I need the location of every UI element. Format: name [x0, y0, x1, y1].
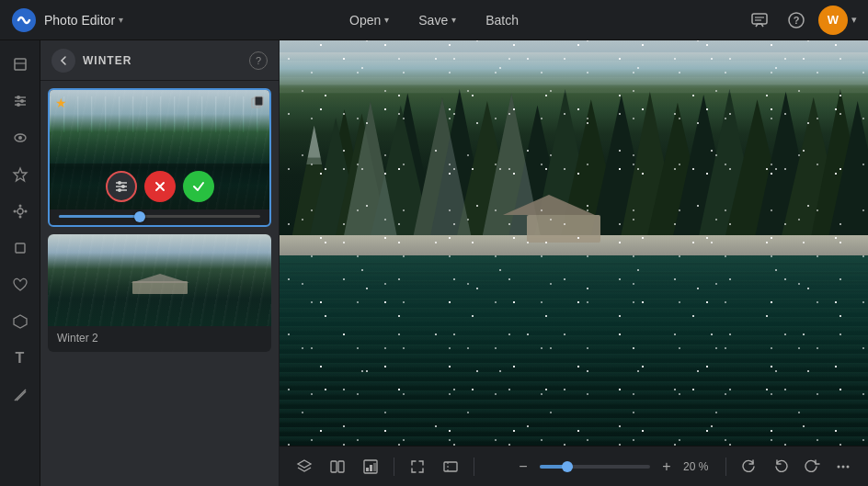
svg-rect-73: [338, 461, 344, 472]
histogram-button[interactable]: [357, 453, 384, 480]
svg-rect-72: [331, 461, 337, 472]
main-canvas[interactable]: [280, 40, 868, 446]
svg-point-80: [838, 465, 840, 468]
chat-button[interactable]: [745, 6, 774, 35]
svg-rect-77: [373, 463, 376, 471]
fullscreen-icon: [442, 458, 459, 475]
svg-rect-78: [444, 462, 457, 471]
star-icon: [12, 166, 29, 183]
svg-point-19: [24, 210, 27, 213]
open-chevron: ▾: [384, 15, 389, 25]
settings-sliders-icon: [114, 179, 129, 194]
preset-card-winter2[interactable]: Winter 2: [48, 234, 271, 352]
toolbar-home[interactable]: [4, 48, 37, 81]
undo-button[interactable]: [767, 453, 794, 480]
snow-particles-2: [280, 40, 868, 446]
zoom-value-label: 20 %: [683, 460, 716, 473]
preset-card-winter1: ★: [48, 88, 271, 227]
more-options-button[interactable]: [829, 453, 857, 480]
toolbar-heart[interactable]: [4, 268, 37, 301]
back-icon: [58, 55, 69, 66]
svg-point-36: [121, 185, 125, 188]
svg-point-21: [13, 210, 16, 213]
preset-settings-button[interactable]: [106, 171, 137, 202]
app-logo[interactable]: [11, 7, 37, 33]
save-button[interactable]: Save ▾: [405, 7, 469, 33]
slider-track[interactable]: [59, 215, 260, 218]
preset-duplicate-button[interactable]: [251, 96, 264, 111]
svg-rect-31: [255, 96, 263, 106]
svg-point-15: [18, 136, 22, 140]
panel-help-button[interactable]: ?: [249, 51, 268, 70]
left-toolbar: T: [0, 40, 40, 486]
compare-icon: [329, 458, 346, 475]
save-chevron: ▾: [451, 15, 456, 25]
panel-content: ★: [40, 81, 279, 486]
panel-back-button[interactable]: [51, 49, 75, 73]
zoom-slider-track[interactable]: [540, 465, 650, 469]
svg-point-17: [17, 209, 23, 214]
user-avatar-wrapper[interactable]: W ▾: [818, 6, 857, 35]
svg-marker-71: [298, 460, 311, 468]
svg-marker-27: [14, 315, 27, 328]
toolbar-nodes[interactable]: [4, 195, 37, 228]
svg-rect-26: [16, 243, 25, 253]
toolbar-brush[interactable]: [4, 379, 37, 412]
panel-title: WINTER: [83, 54, 242, 67]
text-icon: T: [16, 350, 25, 367]
main-area: T WINTER ?: [0, 40, 868, 486]
save-label: Save: [418, 13, 448, 28]
bottom-right-icons: [736, 453, 857, 480]
toolbar-eye[interactable]: [4, 121, 37, 154]
svg-point-81: [842, 465, 845, 468]
toolbar-star[interactable]: [4, 158, 37, 191]
batch-label: Batch: [485, 13, 519, 28]
svg-point-82: [847, 465, 850, 468]
histogram-icon: [362, 458, 379, 475]
preset-intensity-slider[interactable]: [50, 209, 269, 225]
toolbar-crop[interactable]: [4, 232, 37, 265]
toolbar-text[interactable]: T: [4, 342, 37, 375]
duplicate-icon: [251, 96, 264, 108]
zoom-slider-thumb[interactable]: [562, 461, 573, 472]
toolbar-shape[interactable]: [4, 305, 37, 338]
zoom-in-button[interactable]: +: [656, 456, 678, 478]
preset-confirm-button[interactable]: [183, 171, 214, 202]
preset-cancel-button[interactable]: [144, 171, 176, 202]
help-icon: ?: [787, 11, 805, 29]
panel-header: WINTER ?: [40, 40, 279, 81]
toolbar-adjust[interactable]: [4, 85, 37, 118]
rotate-right-button[interactable]: [736, 453, 763, 480]
zoom-out-button[interactable]: −: [512, 456, 534, 478]
fullscreen-button[interactable]: [437, 453, 464, 480]
redo-button[interactable]: [798, 453, 826, 480]
slider-thumb[interactable]: [134, 211, 145, 222]
fit-button[interactable]: [404, 453, 431, 480]
topbar: Photo Editor ▾ Open ▾ Save ▾ Batch: [0, 0, 868, 40]
preset-star-icon[interactable]: ★: [55, 96, 67, 110]
separator-2: [474, 458, 474, 476]
crop-icon: [12, 240, 29, 256]
svg-point-35: [118, 181, 121, 185]
user-avatar[interactable]: W: [818, 6, 848, 35]
help-button[interactable]: ?: [782, 6, 811, 35]
svg-rect-1: [752, 14, 767, 24]
zoom-minus-label: −: [519, 458, 527, 475]
side-panel: WINTER ? ★: [40, 40, 280, 486]
heart-icon: [12, 277, 29, 293]
open-button[interactable]: Open ▾: [337, 7, 402, 33]
eye-icon: [12, 130, 29, 146]
preset-thumbnail-winter1: ★: [50, 90, 269, 209]
preset-controls: [50, 164, 269, 209]
batch-button[interactable]: Batch: [473, 7, 531, 33]
bottom-bar: − + 20 %: [280, 446, 868, 486]
layers-button[interactable]: [291, 453, 318, 480]
separator-3: [725, 458, 726, 476]
svg-point-13: [17, 103, 20, 107]
compare-button[interactable]: [324, 453, 351, 480]
svg-rect-6: [15, 59, 26, 70]
adjust-icon: [12, 93, 29, 109]
svg-line-29: [17, 391, 26, 401]
app-name[interactable]: Photo Editor ▾: [44, 13, 123, 28]
zoom-plus-label: +: [662, 458, 670, 475]
